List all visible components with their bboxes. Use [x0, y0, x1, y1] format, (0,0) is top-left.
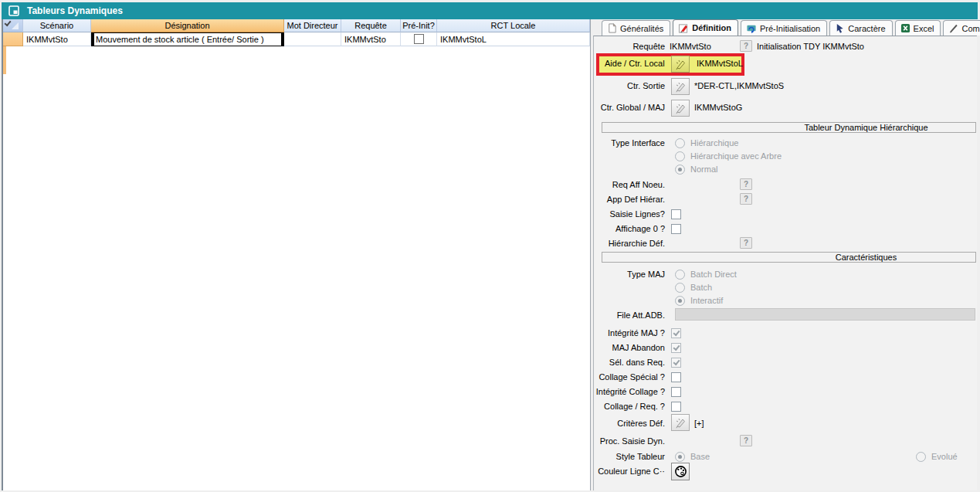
red-pen-icon	[678, 23, 689, 33]
ctr-sortie-wand-button[interactable]	[671, 78, 690, 95]
aide-ctr-local-value[interactable]: IKMMvtStoL	[697, 59, 743, 68]
sel-dans-req-checkbox	[671, 358, 681, 368]
tab-caractere[interactable]: Caractère	[829, 20, 892, 36]
window-icon	[8, 5, 19, 16]
app-def-hierar-help-button[interactable]: ?	[740, 193, 752, 205]
col-header-designation[interactable]: Désignation	[91, 19, 284, 32]
tab-definition[interactable]: Définition	[673, 19, 738, 36]
wand-icon	[674, 102, 687, 114]
collage-special-row: Collage Spécial ?	[594, 372, 977, 384]
aide-ctr-local-highlight: Aide / Ctr. Local IKMMvtStoL	[596, 53, 744, 76]
integrite-maj-checkbox	[671, 328, 681, 338]
tab-bar: Généralités Définition Pré-Initialisatio…	[593, 19, 977, 36]
tab-label: Pré-Initialisation	[760, 24, 820, 33]
ctr-sortie-row: Ctr. Sortie *DER-CTL,IKMMvtStoS	[594, 80, 977, 93]
collage-special-checkbox[interactable]	[671, 372, 681, 382]
radio-interactif-label: Interactif	[690, 295, 723, 307]
sel-dans-req-label: Sél. dans Req.	[551, 357, 665, 368]
tab-label: Excel	[914, 24, 934, 33]
radio-normal-label: Normal	[690, 164, 717, 175]
section-header-hierarchique: Tableur Dynamique Hiérarchique	[602, 122, 976, 133]
cell-pre-init	[401, 32, 437, 46]
proc-saisie-dyn-help-button[interactable]: ?	[740, 435, 752, 446]
cell-designation-editing[interactable]: Mouvement de stock article ( Entrée/ Sor…	[91, 32, 284, 46]
tab-commentaire[interactable]: Commentaire	[943, 20, 980, 36]
radio-hierarchique-arbre-label: Hiérarchique avec Arbre	[690, 151, 782, 162]
saisie-lignes-row: Saisie Lignes?	[594, 209, 977, 221]
criteres-def-wand-button[interactable]	[671, 414, 690, 431]
integrite-maj-row: Intégrité MAJ ?	[594, 327, 977, 340]
wand-icon	[674, 80, 687, 93]
table-header-row: Scénario Désignation Mot Directeur Requê…	[3, 19, 590, 32]
document-icon	[607, 23, 617, 33]
requete-help-button[interactable]: ?	[740, 40, 752, 52]
aide-ctr-local-label: Aide / Ctr. Local	[605, 59, 665, 68]
maj-abandon-label: MAJ Abandon	[551, 342, 665, 354]
cell-requete[interactable]: IKMMvtSto	[341, 32, 401, 46]
collage-special-label: Collage Spécial ?	[551, 372, 665, 383]
table-row: IKMMvtSto Mouvement de stock article ( E…	[3, 32, 590, 46]
wand-icon	[674, 58, 687, 70]
radio-batch	[675, 283, 685, 293]
couleur-ligne-palette-button[interactable]	[671, 463, 690, 480]
saisie-lignes-checkbox[interactable]	[671, 209, 681, 219]
integrite-collage-row: Intégrité Collage ?	[594, 386, 977, 399]
type-interface-row-1: Type Interface Hiérarchique	[594, 137, 977, 150]
collage-req-checkbox[interactable]	[671, 402, 681, 412]
tab-generalites[interactable]: Généralités	[602, 20, 670, 36]
col-header-mot-directeur[interactable]: Mot Directeur	[284, 19, 341, 32]
wand-icon	[674, 416, 687, 429]
requete-label: Requête	[551, 41, 665, 53]
window-titlebar[interactable]: Tableurs Dynamiques	[2, 2, 978, 19]
hierarchie-def-label: Hiérarchie Déf.	[551, 238, 665, 249]
type-maj-row-2: Batch	[594, 282, 977, 294]
ctr-global-wand-button[interactable]	[671, 100, 690, 117]
tab-pre-initialisation[interactable]: Pré-Initialisation	[741, 20, 827, 36]
col-header-rct-locale[interactable]: RCT Locale	[437, 19, 590, 32]
requete-value[interactable]: IKMMvtSto	[670, 41, 711, 53]
ctr-global-label: Ctr. Global / MAJ	[551, 102, 665, 114]
affichage-0-row: Affichage 0 ?	[594, 223, 977, 236]
col-header-requete[interactable]: Requête	[341, 19, 401, 32]
req-aff-noeu-row: Req Aff Noeu. ?	[594, 179, 977, 192]
app-window: { "window": { "title": "Tableurs Dynamiq…	[0, 0, 980, 492]
pre-init-checkbox[interactable]	[414, 34, 424, 44]
ctr-sortie-value[interactable]: *DER-CTL,IKMMvtStoS	[694, 80, 784, 92]
radio-normal	[675, 165, 685, 175]
col-header-pre-init[interactable]: Pré-Init?	[401, 19, 437, 32]
type-maj-row-3: Interactif	[594, 295, 977, 307]
hierarchie-def-help-button[interactable]: ?	[740, 237, 752, 249]
requete-note: Initialisation TDY IKMMvtSto	[757, 41, 864, 53]
radio-hierarchique-arbre	[675, 151, 685, 161]
integrite-collage-checkbox[interactable]	[671, 387, 681, 397]
affichage-0-checkbox[interactable]	[671, 224, 681, 234]
cell-mot-directeur[interactable]	[284, 32, 341, 46]
row-indicator-cell[interactable]	[3, 32, 23, 46]
app-def-hierar-row: App Def Hiérar. ?	[594, 194, 977, 206]
section-title: Caractéristiques	[757, 253, 975, 262]
pencil-icon	[948, 23, 958, 33]
tab-label: Généralités	[620, 24, 663, 33]
proc-saisie-dyn-label: Proc. Saisie Dyn.	[551, 436, 665, 447]
type-interface-label: Type Interface	[551, 137, 665, 149]
ctr-global-value[interactable]: IKMMvtStoG	[694, 102, 742, 114]
section-header-caracteristiques: Caractéristiques	[602, 252, 976, 263]
cursor-icon	[835, 23, 845, 33]
aide-ctr-local-wand-button[interactable]	[671, 56, 690, 73]
radio-batch-direct-label: Batch Direct	[690, 269, 737, 280]
req-aff-noeu-help-button[interactable]: ?	[740, 178, 752, 190]
criteres-def-value: [+]	[694, 418, 704, 429]
col-header-scenario[interactable]: Scénario	[23, 19, 91, 32]
section-title: Tableur Dynamique Hiérarchique	[757, 123, 975, 132]
tab-excel[interactable]: Excel	[895, 20, 941, 36]
radio-hierarchique	[675, 138, 685, 148]
ctr-sortie-label: Ctr. Sortie	[551, 80, 665, 92]
collage-req-row: Collage / Req. ?	[594, 401, 977, 413]
cell-scenario[interactable]: IKMMvtSto	[23, 32, 91, 46]
criteres-def-row: Critères Déf. [+]	[594, 418, 977, 430]
palette-icon	[674, 465, 687, 478]
radio-base-label: Base	[690, 451, 710, 463]
definition-tab-content: Requête IKMMvtSto ? Initialisation TDY I…	[593, 36, 977, 490]
radio-interactif	[675, 296, 685, 306]
tab-label: Commentaire	[961, 24, 980, 33]
